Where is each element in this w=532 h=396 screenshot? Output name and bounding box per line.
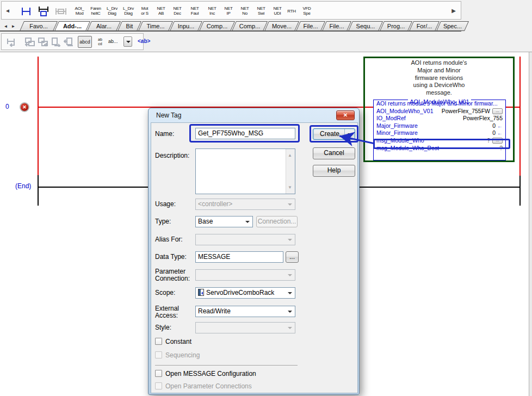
scroll-down-icon[interactable]: ▼ bbox=[288, 182, 292, 193]
aoi-param-row[interactable]: IO_ModRef PowerFlex_755 bbox=[374, 115, 505, 122]
toggle-tag-names-button[interactable]: abcd bbox=[78, 36, 92, 48]
dropdown-arrow-icon bbox=[288, 311, 292, 315]
dropdown-arrow-icon bbox=[288, 292, 292, 296]
tab-special[interactable]: Spec... bbox=[436, 21, 469, 31]
new-rung-icon[interactable] bbox=[19, 5, 33, 17]
new-branch-icon[interactable] bbox=[36, 5, 51, 17]
tab-input-output[interactable]: Inpu... bbox=[170, 21, 202, 31]
page-forward-icon[interactable] bbox=[51, 37, 61, 47]
external-access-select[interactable]: Read/Write bbox=[195, 306, 295, 317]
usage-label: Usage: bbox=[155, 200, 176, 208]
instr-ldrv-diag-1[interactable]: L_DrvDiag bbox=[104, 3, 120, 18]
tab-sequencer[interactable]: Sequ... bbox=[348, 21, 383, 31]
ladder-edit-toolbar-island: abcd ab cd ab... <ab> bbox=[1, 33, 144, 50]
parameter-connection-select bbox=[195, 269, 295, 281]
dropdown-arrow-icon bbox=[288, 274, 292, 279]
output-arrow-icon: ← bbox=[497, 129, 503, 137]
left-rail-black bbox=[38, 175, 39, 206]
instr-farenheitc[interactable]: FarenheitC bbox=[88, 3, 104, 18]
export-rungs-icon[interactable] bbox=[38, 37, 48, 47]
dialog-title: New Tag bbox=[156, 112, 181, 119]
scope-select[interactable]: ServoDriveComboRack bbox=[195, 287, 295, 299]
aoi-instruction-block[interactable]: AOI_ModuleWho_V01 AOI returns module's M… bbox=[373, 100, 506, 160]
open-parameter-connections-label: Open Parameter Connections bbox=[165, 382, 252, 390]
instr-aoi-mod[interactable]: AOI_Mod bbox=[71, 3, 88, 18]
instr-net-faul[interactable]: NETFaul bbox=[187, 3, 203, 18]
close-icon[interactable]: ✕ bbox=[336, 110, 355, 120]
toggle-descriptions-button[interactable]: <ab> bbox=[138, 38, 150, 44]
tab-program-control[interactable]: Prog... bbox=[380, 21, 412, 31]
external-access-label: External bbox=[155, 305, 179, 312]
instr-net-no[interactable]: NETNo bbox=[237, 3, 253, 18]
instr-net-swi[interactable]: NETSwi bbox=[253, 3, 269, 18]
tab-scroll-right-icon[interactable]: ► bbox=[10, 23, 17, 30]
open-message-configuration-label: Open MESSAGE Configuration bbox=[165, 370, 256, 378]
branch-level-icon[interactable] bbox=[54, 5, 68, 17]
style-select bbox=[195, 322, 295, 333]
style-label: Style: bbox=[155, 324, 171, 331]
parameter-connection-label: Parameter bbox=[155, 268, 185, 275]
instr-mot-or-s[interactable]: Motor S bbox=[137, 3, 153, 18]
data-type-input[interactable]: MESSAGE bbox=[195, 251, 283, 263]
type-select[interactable]: Base bbox=[195, 216, 253, 227]
scroll-right-icon[interactable]: ▶ bbox=[450, 7, 457, 15]
end-rung-label: (End) bbox=[15, 182, 31, 190]
instr-net-ab[interactable]: NETAB bbox=[153, 3, 169, 18]
rung-error-icon[interactable]: ✕ bbox=[20, 102, 29, 112]
instr-ldrv-diag-2[interactable]: L_DrvDiag bbox=[120, 3, 137, 18]
toggle-tag-wrap-button[interactable]: ab cd bbox=[95, 36, 105, 48]
data-type-label: Data Type: bbox=[155, 253, 187, 261]
instr-net-dec[interactable]: NETDec bbox=[169, 3, 185, 18]
instr-net-inc[interactable]: NETInc bbox=[204, 3, 220, 18]
textarea-scrollbar[interactable]: ▲ ▼ bbox=[286, 149, 295, 194]
wrap-rung-icon[interactable] bbox=[6, 37, 17, 47]
dropdown-arrow-icon bbox=[245, 221, 250, 225]
tab-move-logical[interactable]: Move... bbox=[264, 21, 299, 31]
tab-alarms[interactable]: Alar... bbox=[87, 21, 121, 31]
right-rail-red bbox=[519, 57, 521, 176]
tab-for-break[interactable]: For/... bbox=[409, 21, 440, 31]
open-message-configuration-checkbox[interactable] bbox=[155, 370, 162, 377]
tab-compare[interactable]: Comp... bbox=[199, 21, 235, 31]
page-insert-icon[interactable] bbox=[64, 37, 75, 47]
new-tag-dialog: New Tag ✕ Name: Get_PF755Who_MSG Create … bbox=[148, 108, 360, 395]
tab-add-on[interactable]: Add-... bbox=[54, 21, 90, 31]
tag-display-dropdown[interactable]: ab... bbox=[108, 36, 132, 48]
tab-favorites[interactable]: Favo... bbox=[20, 21, 58, 31]
tab-compute[interactable]: Comp... bbox=[232, 21, 268, 31]
aoi-param-row[interactable]: Major_Firmware ← 0 bbox=[374, 122, 505, 130]
data-type-browse-button[interactable]: ... bbox=[286, 251, 299, 263]
rung-comment[interactable]: AOI returns module's Major and Minor fir… bbox=[368, 59, 510, 97]
instr-net-ip[interactable]: NETIP bbox=[220, 3, 237, 18]
right-rail-black bbox=[519, 176, 521, 206]
scroll-up-icon[interactable]: ▲ bbox=[288, 150, 292, 160]
constant-checkbox[interactable] bbox=[155, 338, 162, 345]
scroll-left-icon[interactable]: ◄ bbox=[4, 7, 11, 15]
ladder-edit-toolbar: abcd ab cd ab... <ab> bbox=[0, 32, 532, 52]
tab-file-misc[interactable]: File... bbox=[296, 21, 325, 31]
left-rail-red bbox=[38, 57, 39, 175]
controller-scope-icon bbox=[198, 289, 204, 296]
import-rungs-icon[interactable] bbox=[24, 37, 35, 47]
name-highlight-box bbox=[189, 124, 300, 143]
connection-button: Connection... bbox=[256, 216, 298, 227]
sequencing-checkbox bbox=[155, 351, 162, 358]
help-button[interactable]: Help bbox=[313, 165, 355, 177]
rung-number[interactable]: 0 bbox=[5, 103, 9, 110]
dropdown-arrow-icon[interactable] bbox=[123, 36, 132, 47]
tab-timer-counter[interactable]: Time... bbox=[138, 21, 173, 31]
instruction-tab-bar: ◄ ► Favo... Add-... Alar... Bit Time... … bbox=[0, 21, 532, 32]
instr-vfd-spe[interactable]: VFDSpe bbox=[299, 3, 315, 18]
description-textarea[interactable]: ▲ ▼ bbox=[195, 148, 295, 194]
tab-scroll-left-icon[interactable]: ◄ bbox=[2, 23, 9, 30]
instr-rth[interactable]: RTH bbox=[283, 3, 300, 18]
aoi-param-row[interactable]: AOI_ModuleWho_V01 ... PowerFlex_755FW bbox=[374, 108, 505, 115]
dropdown-arrow-icon bbox=[288, 327, 292, 331]
cancel-button[interactable]: Cancel bbox=[313, 147, 355, 159]
external-access-label2: Access: bbox=[155, 312, 178, 319]
browse-tag-button[interactable]: ... bbox=[492, 108, 503, 114]
scope-label: Scope: bbox=[155, 289, 175, 296]
tab-bit[interactable]: Bit bbox=[117, 21, 141, 31]
aoi-param-row[interactable]: Minor_Firmware ← 0 bbox=[374, 129, 505, 137]
tab-file-shift[interactable]: File... bbox=[322, 21, 351, 31]
